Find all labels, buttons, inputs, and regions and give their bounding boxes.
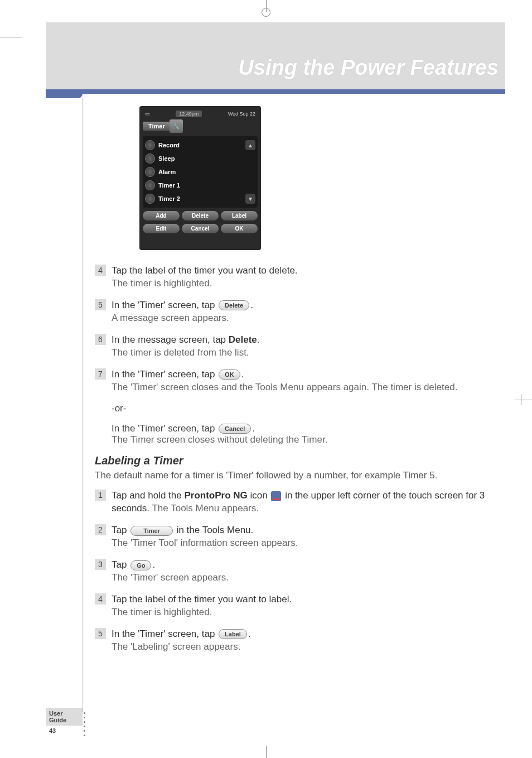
step-text: . [250,300,253,310]
step-text: icon [248,490,270,501]
header-blue-corner [46,89,83,98]
step-b3: 3 Tap Go. The 'Timer' screen appears. [95,559,499,584]
step-number: 4 [95,265,106,276]
step-number: 5 [95,299,106,310]
radio-icon [145,153,155,164]
device-cancel-button: Cancel [182,224,219,233]
up-arrow-icon: ▲ [245,140,255,150]
step-number: 4 [95,593,106,605]
or-text: -or- [112,403,499,414]
step-4: 4 Tap the label of the timer you want to… [95,265,499,290]
alt-step: In the 'Timer' screen, tap Cancel. The T… [112,423,499,445]
labeling-heading: Labeling a Timer [95,454,499,467]
footer-dots [84,712,85,736]
step-number: 1 [95,490,106,501]
device-delete-button: Delete [182,211,219,220]
step-sub: The 'Timer' screen closes and the Tools … [112,382,457,392]
step-5: 5 In the 'Timer' screen, tap Delete. A m… [95,299,499,325]
battery-icon: ▭ [145,111,150,117]
step-sub: The 'Labeling' screen appears. [112,641,240,652]
step-sub: The Tools Menu appears. [149,503,259,514]
step-bold: Delete [229,334,257,345]
step-text: . [252,423,255,434]
step-text: . [248,629,251,639]
step-sub: The 'Timer' screen appears. [112,572,229,583]
chapter-title: Using the Power Features [238,56,499,80]
step-text: Tap [112,525,129,535]
radio-icon [145,140,155,150]
device-label-button: Label [221,211,258,220]
step-b2: 2 Tap Timer in the Tools Menu. The 'Time… [95,524,499,550]
step-b5: 5 In the 'Timer' screen, tap Label. The … [95,628,499,654]
content: ▭ 12:49pm Wed Sep 22 Timer 🔧 Record▲ Sle… [95,106,499,663]
device-time: 12:49pm [176,111,202,117]
step-text: In the 'Timer' screen, tap [112,629,217,639]
radio-icon [145,167,155,177]
list-item: Sleep [158,155,175,162]
step-number: 2 [95,524,106,535]
margin-line [83,98,83,712]
step-text: In the message screen, tap [112,334,229,345]
device-screenshot: ▭ 12:49pm Wed Sep 22 Timer 🔧 Record▲ Sle… [139,106,261,250]
timer-pill-icon: Timer [130,526,173,536]
step-text: in the Tools Menu. [174,525,253,535]
crop-mark-top [258,0,274,17]
step-text: . [241,369,244,380]
footer: User Guide 43 [46,708,83,736]
step-text: Tap [112,559,129,570]
crop-mark-left [0,37,22,37]
step-6: 6 In the message screen, tap Delete. The… [95,334,499,359]
ok-pill-icon: OK [219,370,240,380]
list-item: Alarm [158,169,176,175]
list-item: Timer 2 [158,195,180,202]
label-pill-icon: Label [219,629,247,639]
step-text: In the 'Timer' screen, tap [112,300,217,310]
header-blue-band [46,89,505,94]
step-sub: The 'Timer Tool' information screen appe… [112,538,298,548]
step-text: In the 'Timer' screen, tap [112,369,217,380]
step-b1: 1 Tap and hold the ProntoPro NG icon in … [95,490,499,515]
page-number: 43 [46,726,83,736]
step-number: 6 [95,334,106,345]
go-pill-icon: Go [130,560,151,570]
device-tab-label: Timer [143,122,171,131]
step-text: Tap and hold the [112,490,184,501]
device-ok-button: OK [221,224,258,233]
device-list: Record▲ Sleep Alarm Timer 1 Timer 2▼ [143,136,258,208]
step-text: In the 'Timer' screen, tap [112,423,217,434]
step-sub: The timer is highlighted. [112,607,212,617]
crop-mark-right [515,394,532,405]
list-item: Timer 1 [158,182,180,189]
delete-pill-icon: Delete [219,300,249,310]
step-sub: The timer is highlighted. [112,278,212,289]
step-number: 3 [95,559,106,570]
step-number: 5 [95,628,106,639]
user-guide-label: User Guide [46,708,83,726]
device-add-button: Add [143,211,180,220]
step-7: 7 In the 'Timer' screen, tap OK. The 'Ti… [95,368,499,394]
step-sub: The Timer screen closes without deleting… [112,434,327,445]
crop-mark-bottom [258,741,274,758]
labeling-intro: The default name for a timer is 'Timer' … [95,469,499,482]
device-date: Wed Sep 22 [228,111,255,117]
prontopro-icon [271,491,281,501]
radio-icon [145,180,155,190]
radio-icon [145,194,155,204]
step-bold: ProntoPro NG [184,490,247,501]
step-text: Tap the label of the timer you want to d… [112,265,298,276]
down-arrow-icon: ▼ [245,194,255,204]
device-edit-button: Edit [143,224,180,233]
list-item: Record [158,142,180,148]
step-number: 7 [95,368,106,380]
wrench-icon: 🔧 [170,119,183,133]
step-sub: The timer is deleted from the list. [112,347,249,358]
step-text: Tap the label of the timer you want to l… [112,594,292,605]
cancel-pill-icon: Cancel [219,424,251,434]
step-text: . [152,559,155,570]
step-sub: A message screen appears. [112,313,229,323]
step-b4: 4 Tap the label of the timer you want to… [95,593,499,619]
step-text: . [257,334,260,345]
